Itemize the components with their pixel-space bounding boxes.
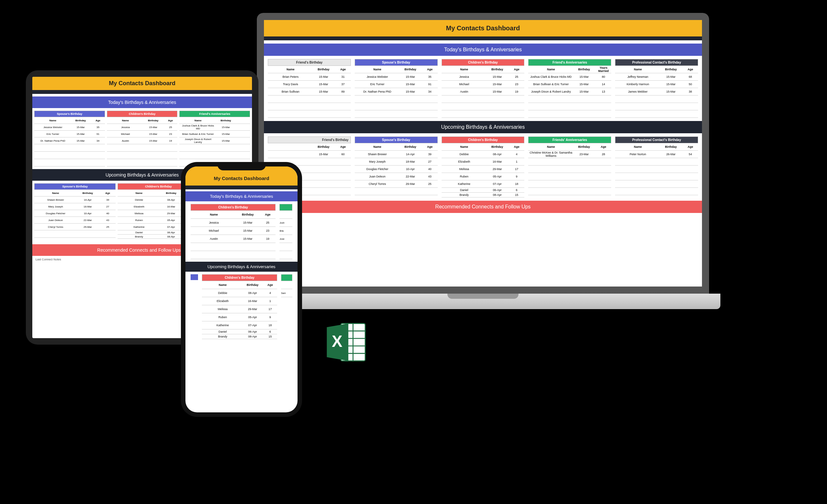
table-row: Shawn Brewer14-Apr39 (355, 151, 438, 158)
divider (32, 90, 252, 94)
col-children-bday: Children's Birthday NameBirthdayAge Jess… (442, 59, 525, 118)
laptop-hinge-notch (447, 294, 519, 299)
section-upcoming: Upcoming Birthdays & Anniversaries (185, 262, 297, 272)
table-row: Melissa29-Mar17 (442, 166, 525, 173)
col-children-bday-upcoming: Children's Birthday NameBirthdayAge Debb… (442, 136, 525, 198)
phone-notch (217, 162, 266, 170)
svg-text:X: X (332, 332, 342, 350)
section-recommended: Recommended Connects and Follow Ups (264, 201, 702, 213)
col-spouse-bday: Spouse's Birthday NameBirthdayAge Jessic… (34, 111, 105, 167)
table-row: James Webber15-Mar38 (615, 88, 698, 96)
table-row: Joshua Clark & Bruce Hicks MD15-Mar80 (528, 73, 611, 81)
phone-display: My Contacts Dashboard Today's Birthdays … (185, 167, 297, 412)
dashboard-phone: My Contacts Dashboard Today's Birthdays … (185, 167, 297, 342)
laptop-display: My Contacts Dashboard Today's Birthdays … (264, 20, 702, 286)
upcoming-columns-phone: Children's Birthday NameBirthdayAge Debb… (185, 272, 297, 342)
section-today: Today's Birthdays & Anniversaries (185, 191, 297, 201)
col-header: Friend's Anniversaries (528, 59, 611, 66)
table-row: Debbie08-Apr4 (442, 151, 525, 158)
table-row: Austin15-Mar19 (442, 88, 525, 96)
table-row: Brandy08-Apr15 (442, 192, 525, 198)
excel-icon: X (323, 319, 370, 366)
table-row: Douglas Fletcher10-Apr40 (355, 166, 438, 173)
col-prof-bday-upcoming: Professional Contact's Birthday NameBirt… (615, 136, 698, 198)
upcoming-columns: Friend's Birthday BirthdayAge 15-Mar60 S… (264, 133, 702, 201)
col-friend-bday: Friend's Birthday NameBirthdayAge Brian … (268, 59, 351, 118)
section-today: Today's Birthdays & Anniversaries (32, 97, 252, 108)
table-row: Cheryl Torres29-Mar25 (355, 180, 438, 188)
col-header: Spouse's Birthday (355, 59, 438, 66)
table-row: Christine McKee & Dr. Samantha Williams2… (528, 151, 611, 158)
table-row: Brian Sullivan15-Mar89 (268, 88, 351, 96)
col-header: Spouse's Birthday (355, 136, 438, 143)
col-friend-anniv-upcoming: Friends' Anniversaries NameBirthdayAge C… (528, 136, 611, 198)
spouse-sliver (191, 274, 198, 280)
section-today: Today's Birthdays & Anniversaries (264, 44, 702, 56)
col-spouse-bday-upcoming: Spouse's Birthday NameBirthdayAge Shawn … (34, 183, 116, 239)
table-row: Joseph Dixon & Robert Landry15-Mar13 (528, 88, 611, 96)
table-row: Jeffrey Newman15-Mar68 (615, 73, 698, 81)
page-title: My Contacts Dashboard (264, 20, 702, 37)
laptop-base (246, 294, 720, 309)
phone-mockup: My Contacts Dashboard Today's Birthdays … (181, 162, 302, 417)
table-row: Mary Joseph18-Mar27 (355, 158, 438, 166)
table-row: Michael15-Mar23 (442, 81, 525, 88)
table-row: Elizabeth16-Mar1 (442, 158, 525, 166)
col-header: Friends' Anniversaries (528, 136, 611, 143)
page-title: My Contacts Dashboard (32, 77, 252, 90)
col-children-bday: Children's Birthday NameBirthdayAge Jess… (191, 204, 276, 259)
dashboard-laptop: My Contacts Dashboard Today's Birthdays … (264, 20, 702, 213)
col-prof-bday: Professional Contact's Birthday NameBirt… (615, 59, 698, 118)
table-row: Dr. Nathan Pena PhD15-Mar34 (355, 88, 438, 96)
col-anniv-sliver: Josh Bria Jose (280, 204, 292, 259)
laptop-bezel: My Contacts Dashboard Today's Birthdays … (257, 13, 709, 294)
col-spouse-bday: Spouse's Birthday NameBirthdayAge Jessic… (355, 59, 438, 118)
col-children-bday-upcoming: Children's Birthday NameBirthdayAge Debb… (202, 274, 277, 339)
divider (264, 37, 702, 40)
col-children-bday: Children's Birthday NameBirthdayAge Jess… (107, 111, 178, 167)
table-row: Tracy Davis15-Mar37 (268, 81, 351, 88)
table-row: Jessica Webster15-Mar35 (355, 73, 438, 81)
col-header: Friend's Birthday (268, 59, 351, 66)
col-header: Friend's Birthday (268, 136, 351, 143)
table-row: Juan Deleon22-Mar43 (355, 173, 438, 180)
table-row: Brian Sullivan & Eric Turner15-Mar14 (528, 81, 611, 88)
table-row: Peter Norton26-Mar54 (615, 151, 698, 158)
col-anniv-sliver-2: Sam (281, 274, 292, 339)
col-friend-anniv: Friend's Anniversaries NameBirthday Josh… (179, 111, 250, 167)
col-header: Children's Birthday (442, 136, 525, 143)
table-row: Ruben05-Apr9 (442, 173, 525, 180)
divider (185, 185, 297, 189)
table-row: Eric Turner15-Mar91 (355, 81, 438, 88)
table-row: Kimberly Harmon15-Mar50 (615, 81, 698, 88)
laptop-mockup: My Contacts Dashboard Today's Birthdays … (246, 13, 720, 309)
table-row: Brian Peters15-Mar31 (268, 73, 351, 81)
col-header: Children's Birthday (442, 59, 525, 66)
table-row: Daniel06-Apr6 (442, 188, 525, 192)
table-row: Katherine07-Apr18 (442, 180, 525, 188)
today-columns-phone: Children's Birthday NameBirthdayAge Jess… (185, 201, 297, 262)
col-spouse-bday-upcoming: Spouse's Birthday NameBirthdayAge Shawn … (355, 136, 438, 198)
today-columns-tablet: Spouse's Birthday NameBirthdayAge Jessic… (32, 108, 252, 169)
col-friend-anniv: Friend's Anniversaries NameBirthdayYears… (528, 59, 611, 118)
table-row: Jessica15-Mar25 (442, 73, 525, 81)
table-row: 15-Mar60 (268, 151, 351, 158)
col-header: Professional Contact's Birthday (615, 136, 698, 143)
col-header: Professional Contact's Birthday (615, 59, 698, 66)
today-columns: Friend's Birthday NameBirthdayAge Brian … (264, 56, 702, 121)
section-upcoming: Upcoming Birthdays & Anniversaries (264, 121, 702, 133)
